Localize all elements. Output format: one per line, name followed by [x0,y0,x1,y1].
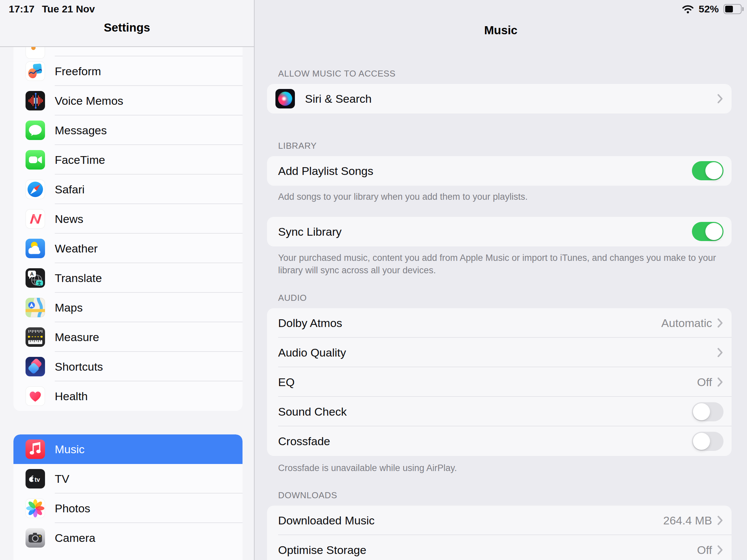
chevron-right-icon [717,516,723,525]
add-playlist-songs-toggle[interactable] [692,161,723,180]
sync-library-toggle[interactable] [692,222,723,241]
siri-app-icon [276,89,295,108]
section-header-library: LIBRARY [278,141,317,151]
music-settings-pane: 52% Music ALLOW MUSIC TO ACCESS Siri & S… [255,0,747,560]
card-downloads: Downloaded Music 264.4 MB Optimise Stora… [267,506,731,560]
sidebar-item-translate[interactable]: A 文 Translate [14,263,242,293]
chevron-right-icon [717,545,723,555]
svg-text:tv: tv [34,476,40,483]
sidebar-app-group-1: Freeform [14,47,242,411]
wifi-icon [682,5,694,14]
ipad-settings-screen: 17:17 Tue 21 Nov Settings Freeform [0,0,747,560]
messages-app-icon [26,121,45,140]
chevron-right-icon [717,348,723,357]
sidebar-app-group-2: Music tv TV [14,434,242,560]
sidebar-item-health[interactable]: Health [14,381,242,411]
sidebar-item-camera[interactable]: Camera [14,523,242,553]
sidebar-item-music[interactable]: Music [14,434,242,464]
settings-sidebar: 17:17 Tue 21 Nov Settings Freeform [0,0,255,560]
row-eq[interactable]: EQ Off [267,367,731,397]
weather-app-icon [26,239,45,258]
row-audio-quality[interactable]: Audio Quality [267,338,731,367]
news-app-icon [26,209,45,229]
card-sync-library: Sync Library [267,217,731,246]
sidebar-title: Settings [0,21,254,34]
chevron-right-icon [717,377,723,387]
sync-library-footnote: Your purchased music, content you add fr… [278,252,731,277]
battery-percent: 52% [699,3,719,15]
music-app-icon [26,439,45,459]
row-siri-and-search[interactable]: Siri & Search [267,84,731,113]
health-app-icon [26,386,45,406]
sidebar-item-shortcuts[interactable]: Shortcuts [14,352,242,381]
translate-app-icon: A 文 [26,268,45,288]
card-allow-access: Siri & Search [267,84,731,113]
sidebar-item-news[interactable]: News [14,204,242,234]
sidebar-item-tv[interactable]: tv TV [14,464,242,494]
sidebar-item-safari[interactable]: Safari [14,175,242,204]
optimise-storage-value: Off [697,543,712,557]
maps-app-icon [26,298,45,317]
crossfade-footnote: Crossfade is unavailable while using Air… [278,462,731,474]
dolby-atmos-value: Automatic [661,317,712,330]
sidebar-item-voice-memos[interactable]: Voice Memos [14,86,242,115]
crossfade-toggle[interactable] [692,432,723,451]
downloaded-music-value: 264.4 MB [663,514,712,527]
row-optimise-storage[interactable]: Optimise Storage Off [267,535,731,560]
status-bar-right: 52% [682,3,742,15]
card-audio: Dolby Atmos Automatic Audio Quality EQ O… [267,308,731,456]
page-title: Music [255,24,747,37]
chevron-right-icon [717,94,723,103]
sidebar-partial-row [14,47,242,56]
sidebar-item-photos[interactable]: Photos [14,494,242,523]
sidebar-header: Settings [0,0,254,47]
sidebar-item-weather[interactable]: Weather [14,234,242,263]
freeform-app-icon [26,61,45,81]
sidebar-item-freeform[interactable]: Freeform [14,56,242,86]
measure-app-icon [26,327,45,347]
row-sound-check: Sound Check [267,397,731,426]
sidebar-item-facetime[interactable]: FaceTime [14,145,242,175]
svg-text:A: A [30,271,34,277]
row-crossfade: Crossfade [267,426,731,456]
safari-app-icon [26,180,45,199]
svg-text:文: 文 [37,281,42,286]
chevron-right-icon [717,318,723,328]
voice-memos-app-icon [26,91,45,110]
card-add-playlist-songs: Add Playlist Songs [267,156,731,186]
section-header-allow-access: ALLOW MUSIC TO ACCESS [278,69,396,79]
battery-icon [723,4,742,14]
add-playlist-songs-footnote: Add songs to your library when you add t… [278,191,731,203]
sidebar-partial-row-bottom [14,553,242,560]
tv-app-icon: tv [26,469,45,488]
facetime-app-icon [26,150,45,169]
sound-check-toggle[interactable] [692,402,723,421]
row-sync-library: Sync Library [267,217,731,246]
section-header-audio: AUDIO [278,293,307,303]
row-add-playlist-songs: Add Playlist Songs [267,156,731,186]
row-downloaded-music[interactable]: Downloaded Music 264.4 MB [267,506,731,535]
photos-app-icon [26,499,45,518]
sidebar-item-measure[interactable]: Measure [14,322,242,352]
eq-value: Off [697,376,712,389]
shortcuts-app-icon [26,357,45,376]
camera-app-icon [26,528,45,548]
sidebar-item-maps[interactable]: Maps [14,293,242,322]
section-header-downloads: DOWNLOADS [278,490,337,501]
sidebar-item-messages[interactable]: Messages [14,115,242,145]
row-dolby-atmos[interactable]: Dolby Atmos Automatic [267,308,731,338]
